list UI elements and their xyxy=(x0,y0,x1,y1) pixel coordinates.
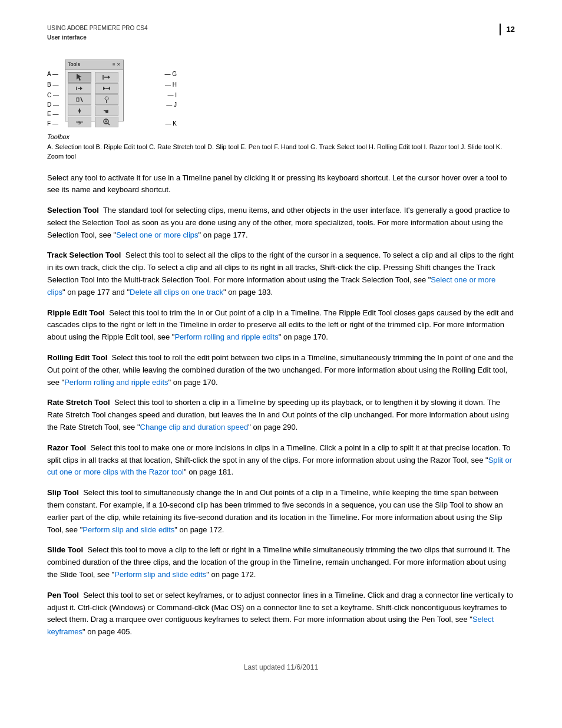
tool-ripple xyxy=(68,83,91,94)
header-left: USING ADOBE PREMIERE PRO CS4 User interf… xyxy=(47,24,148,42)
tool-slip: ⊕ xyxy=(68,117,91,127)
label-c: C — xyxy=(47,91,59,100)
link-slip-slide-1[interactable]: Perform slip and slide edits xyxy=(82,525,174,534)
tool-rolling xyxy=(95,83,118,94)
link-rolling-ripple-1[interactable]: Perform rolling and ripple edits xyxy=(174,332,278,341)
tool-name-ripple: Ripple Edit Tool xyxy=(47,308,105,317)
tool-selection xyxy=(68,72,91,83)
tool-desc-selection: The standard tool for selecting clips, m… xyxy=(47,206,510,239)
footer-text: Last updated 11/6/2011 xyxy=(244,663,318,671)
label-k: — K xyxy=(166,119,177,128)
svg-rect-10 xyxy=(77,98,79,101)
tool-entry-track-selection: Track Selection Tool Select this tool to… xyxy=(47,249,515,298)
link-rolling-ripple-2[interactable]: Perform rolling and ripple edits xyxy=(64,378,168,387)
link-keyframes[interactable]: Select keyframes xyxy=(47,615,494,636)
toolbox-grid: ☚ ⊕ xyxy=(65,70,123,129)
tool-rate-stretch xyxy=(68,94,91,105)
intro-paragraph: Select any tool to activate it for use i… xyxy=(47,172,515,197)
link-delete-clips[interactable]: Delete all clips on one track xyxy=(130,288,223,297)
label-i: — I xyxy=(167,91,177,100)
svg-marker-6 xyxy=(80,87,82,90)
tool-name-razor: Razor Tool xyxy=(47,443,86,452)
link-razor-tool[interactable]: Split or cut one or more clips with the … xyxy=(47,456,512,477)
tool-entry-selection: Selection Tool The standard tool for sel… xyxy=(47,205,515,241)
page-header: USING ADOBE PREMIERE PRO CS4 User interf… xyxy=(47,24,515,42)
tool-zoom xyxy=(95,117,118,127)
tool-entry-razor: Razor Tool Select this tool to make one … xyxy=(47,442,515,479)
tool-entry-slip: Slip Tool Select this tool to simultaneo… xyxy=(47,487,515,536)
tool-hand: ☚ xyxy=(95,106,118,116)
toolbox-diagram: A — B — C — D — E — F — — G — H — I — J … xyxy=(47,57,177,127)
tool-desc-razor: Select this tool to make one or more inc… xyxy=(47,443,512,477)
page-footer: Last updated 11/6/2011 xyxy=(47,662,515,673)
label-e: E — xyxy=(47,110,58,118)
svg-line-19 xyxy=(108,123,110,125)
link-select-clips-1[interactable]: Select one or more clips xyxy=(116,230,198,239)
tool-name-slide: Slide Tool xyxy=(47,545,83,554)
label-g: — G xyxy=(164,70,177,78)
toolbox-box: Tools ≡ ✕ xyxy=(65,60,124,121)
tool-desc-slip: Select this tool to simultaneously chang… xyxy=(47,488,503,533)
label-f: F — xyxy=(47,119,58,128)
tool-pen xyxy=(68,106,91,116)
page: USING ADOBE PREMIERE PRO CS4 User interf… xyxy=(0,0,562,728)
tool-name-pen: Pen Tool xyxy=(47,591,79,599)
svg-point-12 xyxy=(105,97,108,100)
toolbox-image-area: A — B — C — D — E — F — — G — H — I — J … xyxy=(47,57,515,127)
toolbox-title-text: Tools xyxy=(68,61,80,69)
caption-label: Toolbox xyxy=(47,132,507,142)
link-slip-slide-2[interactable]: Perform slip and slide edits xyxy=(114,570,206,579)
svg-marker-9 xyxy=(108,87,110,90)
svg-marker-14 xyxy=(78,108,81,114)
tool-name-rate-stretch: Rate Stretch Tool xyxy=(47,398,110,407)
tool-entry-ripple: Ripple Edit Tool Select this tool to tri… xyxy=(47,307,515,344)
caption-text: A. Selection tool B. Ripple Edit tool C.… xyxy=(47,142,507,162)
svg-text:☚: ☚ xyxy=(103,108,109,115)
toolbox-caption: Toolbox A. Selection tool B. Ripple Edit… xyxy=(47,132,507,162)
svg-line-11 xyxy=(81,97,82,102)
tool-desc-rate-stretch: Select this tool to shorten a clip in a … xyxy=(47,398,509,431)
link-select-clips-2[interactable]: Select one or more clips xyxy=(47,275,495,297)
tool-entry-rate-stretch: Rate Stretch Tool Select this tool to sh… xyxy=(47,397,515,433)
svg-text:⊕: ⊕ xyxy=(77,120,81,126)
tool-razor xyxy=(95,94,118,105)
label-h: — H xyxy=(165,80,177,89)
label-b: B — xyxy=(47,80,58,89)
doc-title: USING ADOBE PREMIERE PRO CS4 xyxy=(47,24,148,33)
svg-marker-2 xyxy=(108,75,110,79)
toolbox-menu-icons: ≡ ✕ xyxy=(113,61,121,68)
tool-entry-slide: Slide Tool Select this tool to move a cl… xyxy=(47,544,515,581)
link-change-clip-speed[interactable]: Change clip and duration speed xyxy=(140,423,249,431)
tool-desc-pen: Select this tool to set or select keyfra… xyxy=(47,591,513,636)
tool-entry-pen: Pen Tool Select this tool to set or sele… xyxy=(47,589,515,638)
tool-desc-slide: Select this tool to move a clip to the l… xyxy=(47,545,510,579)
section-title: User interface xyxy=(47,33,148,42)
label-a: A — xyxy=(47,70,58,78)
toolbox-section: A — B — C — D — E — F — — G — H — I — J … xyxy=(47,57,515,162)
toolbox-title-bar: Tools ≡ ✕ xyxy=(65,60,123,70)
tool-name-selection: Selection Tool xyxy=(47,206,99,215)
tool-track-select xyxy=(95,72,118,83)
tool-name-slip: Slip Tool xyxy=(47,488,79,497)
tool-name-track-selection: Track Selection Tool xyxy=(47,251,121,259)
tool-entry-rolling: Rolling Edit Tool Select this tool to ro… xyxy=(47,352,515,388)
svg-marker-7 xyxy=(103,87,105,90)
svg-marker-0 xyxy=(77,74,82,81)
page-number: 12 xyxy=(500,24,515,35)
tool-desc-rolling: Select this tool to roll the edit point … xyxy=(47,353,514,387)
tool-name-rolling: Rolling Edit Tool xyxy=(47,353,107,362)
tool-desc-ripple: Select this tool to trim the In or Out p… xyxy=(47,308,514,342)
label-d: D — xyxy=(47,100,59,109)
label-j: — J xyxy=(166,100,177,109)
